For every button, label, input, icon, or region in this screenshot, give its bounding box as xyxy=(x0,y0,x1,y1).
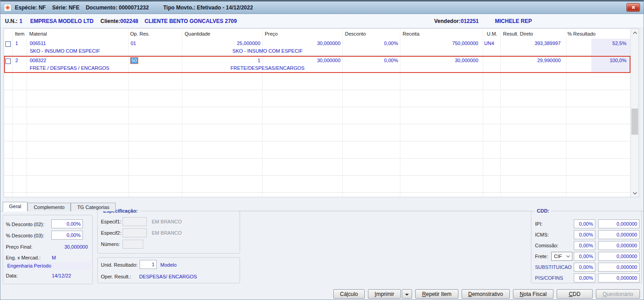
scrollbar-thumb[interactable] xyxy=(631,109,638,135)
frete-label: Frete: xyxy=(535,254,548,259)
frete-value-input[interactable] xyxy=(598,252,639,261)
unid-resultado-desc: Modelo xyxy=(160,262,177,268)
cdd-button[interactable]: CDD xyxy=(557,289,593,299)
close-button[interactable] xyxy=(626,3,640,12)
cell-preco: 30,000000 xyxy=(263,56,342,63)
preco-final-value: 30,000000 xyxy=(47,244,88,250)
repetir-item-button[interactable]: Repetir Item xyxy=(415,289,458,299)
cliente-code: 002248 xyxy=(120,18,138,24)
cell-desconto: 0,00% xyxy=(343,39,400,46)
op-res-editor[interactable]: 50 xyxy=(130,57,138,64)
table-row-selected[interactable]: 2 008322 FRETE / DESPESAS / ENCARGOS 50 … xyxy=(4,56,630,73)
col-preco: Preço xyxy=(263,29,343,39)
resultado-group: Unid. Resultado: Modelo Oper. Result.: D… xyxy=(97,257,240,283)
scroll-down-icon[interactable] xyxy=(631,189,639,197)
cell-result-direto: 29,990000 xyxy=(501,56,566,63)
imprimir-dropdown-button[interactable] xyxy=(402,289,412,299)
frete-select-value: CIF xyxy=(554,254,562,259)
row-select-checkbox[interactable] xyxy=(5,59,11,64)
tab-geral[interactable]: Geral xyxy=(3,202,27,211)
data-label: Data: xyxy=(6,273,18,278)
comissao-value-input[interactable] xyxy=(598,241,639,250)
comissao-label: Comissão: xyxy=(535,243,558,248)
desconto02-input[interactable] xyxy=(51,219,83,228)
grid-empty-row xyxy=(4,90,630,107)
icms-value-input[interactable] xyxy=(598,230,639,239)
cell-um xyxy=(483,56,500,58)
dropdown-arrow-icon xyxy=(405,293,409,296)
frete-select[interactable]: CIF xyxy=(551,252,572,261)
oper-result-label: Oper. Result.: xyxy=(101,274,131,279)
cell-op-res: 01 xyxy=(129,39,182,46)
cell-um: UN4 xyxy=(483,39,500,46)
title-serie: Série: NFE xyxy=(52,5,80,11)
col-select xyxy=(4,29,13,39)
substituicao-value-input[interactable] xyxy=(598,263,639,272)
imprimir-button[interactable]: Imprimir xyxy=(368,289,401,299)
especif2-desc: EM BRANCO xyxy=(152,230,182,236)
col-desconto: Desconto xyxy=(343,29,400,39)
cliente-name: CLIENTE BENTO GONCALVES 2709 xyxy=(145,18,237,24)
nota-fiscal-button[interactable]: Nota Fiscal xyxy=(513,289,553,299)
cell-material-desc: FRETE / DESPESAS / ENCARGOS xyxy=(30,65,109,71)
desconto03-input[interactable] xyxy=(51,231,83,240)
oper-result-value: DESPESAS/ ENCARGOS xyxy=(139,274,197,279)
un-value: 1 xyxy=(19,18,23,24)
cell-receita: 750,000000 xyxy=(400,39,483,46)
cell-material-desc: SKO - INSUMO COM ESPECIF xyxy=(30,48,100,54)
app-logo-icon xyxy=(5,5,10,10)
especif2-input xyxy=(122,228,147,237)
engenharia-periodo-link[interactable]: Engenharia Período xyxy=(5,262,91,269)
col-op-res: Op. Res. xyxy=(129,29,182,39)
item-window: Espécie: NF Série: NFE Documento: 000007… xyxy=(0,0,644,300)
comissao-pct-input[interactable] xyxy=(574,241,595,250)
especif2-label: Especif2: xyxy=(101,230,121,236)
cell-pct-resultado: 100,0% xyxy=(591,56,630,73)
cell-result-direto: 393,389997 xyxy=(501,39,566,46)
col-quantidade: Quantidade xyxy=(182,29,263,39)
data-value: 14/12/22 xyxy=(52,273,71,278)
grid-empty-row xyxy=(4,193,630,197)
cdd-title: CDD: xyxy=(535,208,551,214)
substituicao-label: SUBSTITUICAO xyxy=(535,264,571,270)
frete-pct-input[interactable] xyxy=(574,252,595,261)
grid-empty-row xyxy=(4,159,630,176)
substituicao-pct-input[interactable] xyxy=(574,263,595,272)
calculo-button[interactable]: Cálculo xyxy=(333,289,365,299)
tab-complemento[interactable]: Complemento xyxy=(27,203,71,211)
pis-cofins-pct-input[interactable] xyxy=(574,273,595,282)
vendedor-code: 012251 xyxy=(461,18,479,24)
especif1-label: Especif1: xyxy=(101,219,121,224)
ipi-label: IPI: xyxy=(535,221,543,227)
row-select-checkbox[interactable] xyxy=(5,41,11,47)
vertical-scrollbar[interactable] xyxy=(630,29,639,197)
unid-resultado-input[interactable] xyxy=(140,260,157,269)
questionario-button[interactable]: Questionário xyxy=(596,289,640,299)
preco-final-label: Preço Final: xyxy=(6,244,32,250)
app-icon xyxy=(4,4,11,11)
cell-quantidade: 25,000000 xyxy=(182,39,262,46)
numero-input xyxy=(122,240,143,249)
scroll-up-icon[interactable] xyxy=(631,29,639,36)
especif1-input xyxy=(122,217,147,226)
pis-cofins-value-input[interactable] xyxy=(598,273,639,282)
ipi-pct-input[interactable] xyxy=(574,219,595,228)
icms-label: ICMS: xyxy=(535,232,549,237)
bottom-tabs: Geral Complemento TG Categorias xyxy=(3,202,116,211)
table-row[interactable]: 1 006511 SKO - INSUMO COM ESPECIF 01 25,… xyxy=(4,39,630,56)
un-label: U.N.: xyxy=(5,18,18,24)
cell-preco: 30,000000 xyxy=(263,39,342,46)
cell-desc2: FRETE/DESPESAS/ENCARGOS xyxy=(193,65,342,71)
ipi-value-input[interactable] xyxy=(598,219,639,228)
chevron-down-icon xyxy=(566,255,570,258)
desconto-group: % Desconto (02): % Desconto (03): Preço … xyxy=(3,215,93,284)
col-receita: Receita xyxy=(400,29,483,39)
cell-desc2: SKO - INSUMO COM ESPECIF xyxy=(193,48,342,54)
demonstrativo-button[interactable]: Demonstrativo xyxy=(462,289,510,299)
cdd-group: CDD: IPI: ICMS: Comissão: Frete: CIF SUB… xyxy=(531,211,642,283)
cell-desconto: 0,00% xyxy=(343,56,400,63)
icms-pct-input[interactable] xyxy=(574,230,595,239)
tab-tg-categorias[interactable]: TG Categorias xyxy=(71,203,116,211)
col-um: U.M. xyxy=(483,29,501,39)
cell-receita: 30,000000 xyxy=(400,56,483,63)
